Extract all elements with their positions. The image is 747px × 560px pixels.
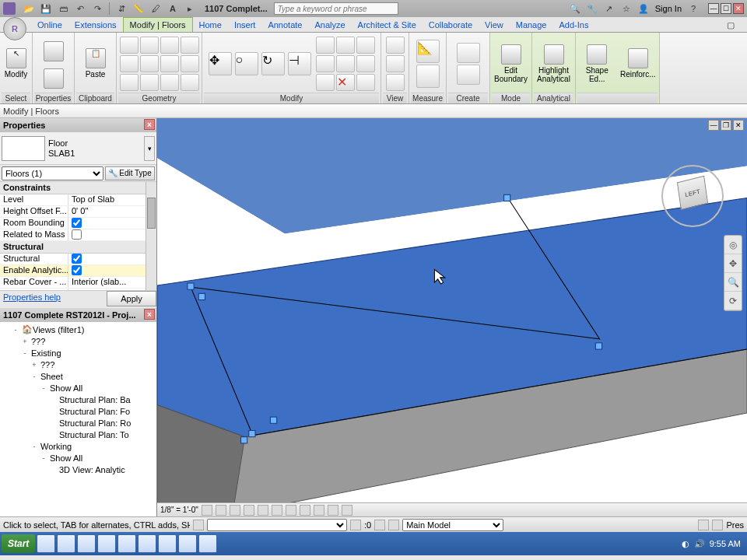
qat-saveall-icon[interactable]: 🗃 <box>55 2 71 16</box>
enable-analytical-checkbox[interactable] <box>72 265 82 275</box>
chevron-down-icon[interactable]: ▾ <box>144 136 155 161</box>
help-icon[interactable]: ? <box>686 2 701 16</box>
tree-leaf[interactable]: Structural Plan: To <box>2 429 155 440</box>
app-menu-button[interactable]: R <box>3 17 26 40</box>
task-item[interactable] <box>97 534 116 553</box>
task-item[interactable] <box>138 534 156 553</box>
crop-icon[interactable] <box>272 505 282 516</box>
ribbon-collapse-icon[interactable]: ▢ <box>723 18 738 32</box>
apply-button[interactable]: Apply <box>107 291 156 306</box>
scrollbar[interactable] <box>146 182 156 290</box>
group-icon[interactable] <box>356 74 375 91</box>
system-tray[interactable]: ◐🔊 9:55 AM <box>682 539 745 549</box>
search-icon[interactable]: 🔍 <box>567 2 583 16</box>
tab-online[interactable]: Online <box>31 18 68 32</box>
qat-save-icon[interactable]: 💾 <box>38 2 54 16</box>
lock-icon[interactable] <box>300 505 310 516</box>
split-icon[interactable] <box>120 55 139 72</box>
task-item[interactable] <box>178 534 197 553</box>
tree-node[interactable]: -Show All <box>2 382 155 394</box>
qat-redo-icon[interactable]: ↷ <box>89 2 105 16</box>
pan-icon[interactable]: ✥ <box>724 254 742 273</box>
trim-icon[interactable]: ⊣ <box>288 52 311 75</box>
unpin-icon[interactable] <box>316 74 335 91</box>
rotate-icon[interactable]: ↻ <box>261 52 285 75</box>
room-bounding-checkbox[interactable] <box>72 218 82 228</box>
tab-home[interactable]: Home <box>193 18 228 32</box>
cope-icon[interactable] <box>140 37 159 54</box>
task-item[interactable] <box>77 534 96 553</box>
zoom-icon[interactable]: 🔍 <box>724 273 742 292</box>
view1-icon[interactable] <box>386 55 405 72</box>
viewport[interactable]: — ❐ ✕ LEFT ◎ ✥ 🔍 ⟳ <box>157 118 747 516</box>
qat-sync-icon[interactable]: ⇵ <box>114 2 129 16</box>
favorite-icon[interactable]: ☆ <box>619 2 634 16</box>
status-icon[interactable] <box>193 520 204 530</box>
tree-node[interactable]: -Show All <box>2 452 155 464</box>
rendering-icon[interactable] <box>258 505 268 516</box>
array-icon[interactable] <box>316 55 335 72</box>
qat-more-icon[interactable]: ▸ <box>182 2 198 16</box>
edit-boundary-button[interactable]: Edit Boundary <box>492 36 530 92</box>
tree-leaf[interactable]: Structural Plan: Ba <box>2 394 155 405</box>
category-structural[interactable]: Structural✶ <box>0 241 156 254</box>
edit-type-button[interactable]: 🔧Edit Type <box>105 166 155 180</box>
maximize-button[interactable]: ☐ <box>721 3 731 14</box>
tab-annotate[interactable]: Annotate <box>261 18 308 32</box>
reveal-icon[interactable] <box>328 505 338 516</box>
model-canvas[interactable] <box>157 118 747 512</box>
mirror-icon[interactable] <box>356 37 375 54</box>
orbit-icon[interactable]: ⟳ <box>724 292 742 310</box>
delete-icon[interactable]: ✕ <box>336 74 355 91</box>
create-similar-icon[interactable] <box>457 43 480 63</box>
offset-icon[interactable] <box>336 37 355 54</box>
paint-icon[interactable] <box>181 37 199 54</box>
detail-level-icon[interactable] <box>202 505 212 516</box>
view-minimize-icon[interactable]: — <box>708 120 719 131</box>
task-item[interactable] <box>57 534 75 553</box>
comm-icon[interactable]: 🔧 <box>584 2 600 16</box>
create-group-icon[interactable] <box>457 65 480 85</box>
measure-icon[interactable]: 📐 <box>416 40 440 63</box>
close-icon[interactable]: × <box>144 119 155 130</box>
modify-button[interactable]: ↖Modify <box>2 36 30 92</box>
tree-node[interactable]: -Sheet <box>2 370 155 382</box>
sign-in-link[interactable]: Sign In <box>655 4 682 13</box>
type-selector[interactable]: Floor SLAB1 ▾ <box>0 132 156 165</box>
selection-filter-select[interactable] <box>207 519 347 531</box>
app-icon[interactable] <box>3 2 16 15</box>
steering-wheel-icon[interactable]: ◎ <box>724 236 742 254</box>
qat-text-icon[interactable]: A <box>165 2 181 16</box>
tab-collaborate[interactable]: Collaborate <box>423 18 479 32</box>
tree-leaf[interactable]: 3D View: Analytic <box>2 464 155 475</box>
align-icon[interactable] <box>316 37 335 54</box>
viewcube[interactable]: LEFT <box>661 165 724 227</box>
user-icon[interactable]: 👤 <box>636 2 651 16</box>
qat-open-icon[interactable]: 📂 <box>21 2 37 16</box>
tab-view[interactable]: View <box>479 18 510 32</box>
tab-insert[interactable]: Insert <box>228 18 262 32</box>
exchange-icon[interactable]: ↗ <box>601 2 617 16</box>
editable-icon[interactable] <box>374 520 385 530</box>
tab-manage[interactable]: Manage <box>510 18 553 32</box>
related-mass-checkbox[interactable] <box>72 229 82 240</box>
tree-node[interactable]: -Existing <box>2 347 155 359</box>
visual-style-icon[interactable] <box>216 505 226 516</box>
tree-leaf[interactable]: Structural Plan: Ro <box>2 417 155 429</box>
sun-path-icon[interactable] <box>230 505 240 516</box>
geo3-icon[interactable] <box>160 74 179 91</box>
close-button[interactable]: ✕ <box>733 3 744 14</box>
demolish-icon[interactable] <box>160 55 179 72</box>
tree-root[interactable]: -🏠 Views (filter1) <box>2 324 155 335</box>
properties-help-link[interactable]: Properties help <box>0 291 107 306</box>
pin-icon[interactable] <box>356 55 375 72</box>
geo4-icon[interactable] <box>181 74 199 91</box>
task-item[interactable] <box>37 534 55 553</box>
model-icon[interactable] <box>388 520 399 530</box>
paste-button[interactable]: 📋Paste <box>79 36 113 92</box>
qat-dim-icon[interactable]: 🖊 <box>148 2 163 16</box>
search-input[interactable] <box>274 2 398 15</box>
tab-addins[interactable]: Add-Ins <box>552 18 594 32</box>
wall-join-icon[interactable] <box>140 55 159 72</box>
design-options-icon[interactable] <box>698 520 709 530</box>
